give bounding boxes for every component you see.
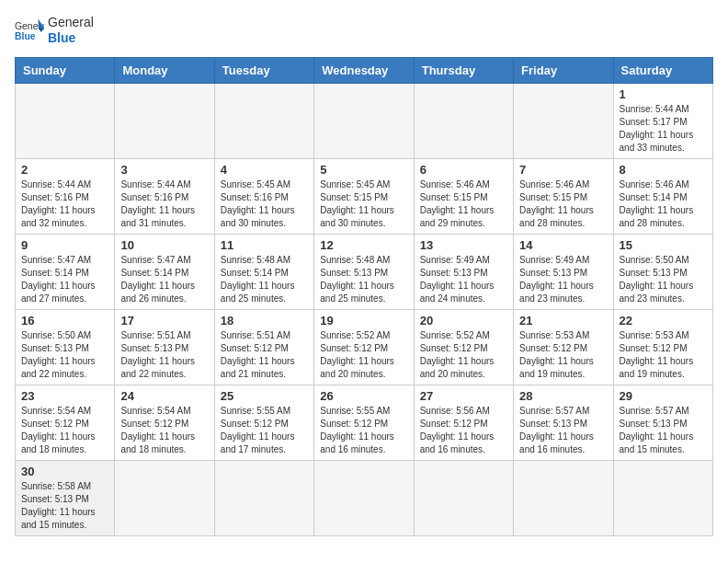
day-number: 9 bbox=[21, 238, 108, 252]
week-row: 30Sunrise: 5:58 AM Sunset: 5:13 PM Dayli… bbox=[16, 460, 713, 535]
calendar-cell: 13Sunrise: 5:49 AM Sunset: 5:13 PM Dayli… bbox=[414, 234, 513, 309]
calendar-cell: 24Sunrise: 5:54 AM Sunset: 5:12 PM Dayli… bbox=[115, 385, 214, 460]
calendar-cell: 19Sunrise: 5:52 AM Sunset: 5:12 PM Dayli… bbox=[314, 309, 414, 385]
calendar-cell: 11Sunrise: 5:48 AM Sunset: 5:14 PM Dayli… bbox=[214, 234, 313, 309]
day-info: Sunrise: 5:54 AM Sunset: 5:12 PM Dayligh… bbox=[120, 405, 208, 456]
calendar-cell bbox=[214, 83, 313, 158]
week-row: 1Sunrise: 5:44 AM Sunset: 5:17 PM Daylig… bbox=[16, 83, 713, 158]
day-number: 22 bbox=[620, 314, 707, 327]
day-number: 10 bbox=[120, 238, 208, 252]
calendar-cell bbox=[314, 83, 414, 158]
weekday-header-saturday: Saturday bbox=[613, 57, 712, 83]
week-row: 9Sunrise: 5:47 AM Sunset: 5:14 PM Daylig… bbox=[16, 234, 713, 309]
calendar-cell: 22Sunrise: 5:53 AM Sunset: 5:12 PM Dayli… bbox=[613, 309, 712, 385]
day-info: Sunrise: 5:58 AM Sunset: 5:13 PM Dayligh… bbox=[21, 480, 108, 532]
day-number: 16 bbox=[21, 314, 108, 327]
day-number: 21 bbox=[519, 314, 607, 327]
weekday-row: SundayMondayTuesdayWednesdayThursdayFrid… bbox=[16, 57, 713, 83]
day-number: 18 bbox=[221, 314, 308, 327]
weekday-header-wednesday: Wednesday bbox=[314, 57, 414, 83]
day-info: Sunrise: 5:46 AM Sunset: 5:15 PM Dayligh… bbox=[420, 178, 507, 230]
day-number: 27 bbox=[420, 389, 507, 403]
day-number: 30 bbox=[21, 465, 108, 478]
calendar-cell: 16Sunrise: 5:50 AM Sunset: 5:13 PM Dayli… bbox=[16, 309, 115, 385]
day-number: 11 bbox=[221, 238, 308, 252]
day-info: Sunrise: 5:47 AM Sunset: 5:14 PM Dayligh… bbox=[120, 254, 208, 305]
day-info: Sunrise: 5:53 AM Sunset: 5:12 PM Dayligh… bbox=[620, 329, 707, 381]
calendar: SundayMondayTuesdayWednesdayThursdayFrid… bbox=[15, 57, 713, 536]
day-number: 20 bbox=[420, 314, 507, 327]
day-number: 19 bbox=[320, 314, 407, 327]
calendar-cell bbox=[16, 83, 115, 158]
calendar-cell bbox=[115, 460, 214, 535]
day-info: Sunrise: 5:44 AM Sunset: 5:17 PM Dayligh… bbox=[620, 103, 707, 155]
calendar-cell: 25Sunrise: 5:55 AM Sunset: 5:12 PM Dayli… bbox=[214, 385, 313, 460]
day-info: Sunrise: 5:44 AM Sunset: 5:16 PM Dayligh… bbox=[120, 178, 208, 230]
day-info: Sunrise: 5:49 AM Sunset: 5:13 PM Dayligh… bbox=[519, 254, 607, 305]
day-number: 25 bbox=[221, 389, 308, 403]
day-info: Sunrise: 5:57 AM Sunset: 5:13 PM Dayligh… bbox=[519, 405, 607, 456]
day-number: 28 bbox=[519, 389, 607, 403]
day-info: Sunrise: 5:55 AM Sunset: 5:12 PM Dayligh… bbox=[320, 405, 407, 456]
day-number: 13 bbox=[420, 238, 507, 252]
day-number: 14 bbox=[519, 238, 607, 252]
day-info: Sunrise: 5:54 AM Sunset: 5:12 PM Dayligh… bbox=[21, 405, 108, 456]
calendar-cell: 17Sunrise: 5:51 AM Sunset: 5:13 PM Dayli… bbox=[115, 309, 214, 385]
calendar-cell: 27Sunrise: 5:56 AM Sunset: 5:12 PM Dayli… bbox=[414, 385, 513, 460]
calendar-cell: 12Sunrise: 5:48 AM Sunset: 5:13 PM Dayli… bbox=[314, 234, 414, 309]
day-info: Sunrise: 5:47 AM Sunset: 5:14 PM Dayligh… bbox=[21, 254, 108, 305]
calendar-cell bbox=[514, 83, 613, 158]
weekday-header-thursday: Thursday bbox=[414, 57, 513, 83]
day-number: 6 bbox=[420, 163, 507, 177]
weekday-header-monday: Monday bbox=[115, 57, 214, 83]
calendar-cell: 14Sunrise: 5:49 AM Sunset: 5:13 PM Dayli… bbox=[514, 234, 613, 309]
logo-general-text: General bbox=[48, 15, 94, 30]
day-number: 26 bbox=[320, 389, 407, 403]
day-number: 29 bbox=[620, 389, 707, 403]
day-info: Sunrise: 5:51 AM Sunset: 5:13 PM Dayligh… bbox=[120, 329, 208, 381]
day-info: Sunrise: 5:52 AM Sunset: 5:12 PM Dayligh… bbox=[320, 329, 407, 381]
logo-icon: General Blue bbox=[15, 17, 44, 43]
day-info: Sunrise: 5:49 AM Sunset: 5:13 PM Dayligh… bbox=[420, 254, 507, 305]
calendar-cell: 18Sunrise: 5:51 AM Sunset: 5:12 PM Dayli… bbox=[214, 309, 313, 385]
day-info: Sunrise: 5:45 AM Sunset: 5:15 PM Dayligh… bbox=[320, 178, 407, 230]
calendar-cell: 29Sunrise: 5:57 AM Sunset: 5:13 PM Dayli… bbox=[613, 385, 712, 460]
day-info: Sunrise: 5:53 AM Sunset: 5:12 PM Dayligh… bbox=[519, 329, 607, 381]
calendar-cell: 4Sunrise: 5:45 AM Sunset: 5:16 PM Daylig… bbox=[214, 158, 313, 234]
calendar-cell: 30Sunrise: 5:58 AM Sunset: 5:13 PM Dayli… bbox=[16, 460, 115, 535]
calendar-cell: 2Sunrise: 5:44 AM Sunset: 5:16 PM Daylig… bbox=[16, 158, 115, 234]
calendar-cell: 28Sunrise: 5:57 AM Sunset: 5:13 PM Dayli… bbox=[514, 385, 613, 460]
day-info: Sunrise: 5:50 AM Sunset: 5:13 PM Dayligh… bbox=[21, 329, 108, 381]
weekday-header-friday: Friday bbox=[514, 57, 613, 83]
calendar-cell bbox=[314, 460, 414, 535]
calendar-cell: 9Sunrise: 5:47 AM Sunset: 5:14 PM Daylig… bbox=[16, 234, 115, 309]
calendar-cell: 21Sunrise: 5:53 AM Sunset: 5:12 PM Dayli… bbox=[514, 309, 613, 385]
week-row: 23Sunrise: 5:54 AM Sunset: 5:12 PM Dayli… bbox=[16, 385, 713, 460]
calendar-cell bbox=[414, 460, 513, 535]
calendar-cell: 1Sunrise: 5:44 AM Sunset: 5:17 PM Daylig… bbox=[613, 83, 712, 158]
day-info: Sunrise: 5:48 AM Sunset: 5:14 PM Dayligh… bbox=[221, 254, 308, 305]
day-number: 8 bbox=[620, 163, 707, 177]
day-info: Sunrise: 5:55 AM Sunset: 5:12 PM Dayligh… bbox=[221, 405, 308, 456]
calendar-cell: 6Sunrise: 5:46 AM Sunset: 5:15 PM Daylig… bbox=[414, 158, 513, 234]
logo-blue-text: Blue bbox=[48, 30, 94, 46]
day-number: 17 bbox=[120, 314, 208, 327]
day-number: 12 bbox=[320, 238, 407, 252]
calendar-cell bbox=[115, 83, 214, 158]
week-row: 2Sunrise: 5:44 AM Sunset: 5:16 PM Daylig… bbox=[16, 158, 713, 234]
calendar-cell: 10Sunrise: 5:47 AM Sunset: 5:14 PM Dayli… bbox=[115, 234, 214, 309]
day-info: Sunrise: 5:56 AM Sunset: 5:12 PM Dayligh… bbox=[420, 405, 507, 456]
day-info: Sunrise: 5:50 AM Sunset: 5:13 PM Dayligh… bbox=[620, 254, 707, 305]
day-number: 1 bbox=[620, 87, 707, 101]
day-number: 24 bbox=[120, 389, 208, 403]
calendar-cell bbox=[214, 460, 313, 535]
day-info: Sunrise: 5:52 AM Sunset: 5:12 PM Dayligh… bbox=[420, 329, 507, 381]
calendar-cell: 8Sunrise: 5:46 AM Sunset: 5:14 PM Daylig… bbox=[613, 158, 712, 234]
day-number: 4 bbox=[221, 163, 308, 177]
calendar-header: SundayMondayTuesdayWednesdayThursdayFrid… bbox=[16, 57, 713, 83]
day-number: 23 bbox=[21, 389, 108, 403]
day-number: 3 bbox=[120, 163, 208, 177]
logo: General Blue General Blue bbox=[15, 15, 94, 46]
calendar-cell bbox=[414, 83, 513, 158]
day-info: Sunrise: 5:44 AM Sunset: 5:16 PM Dayligh… bbox=[21, 178, 108, 230]
